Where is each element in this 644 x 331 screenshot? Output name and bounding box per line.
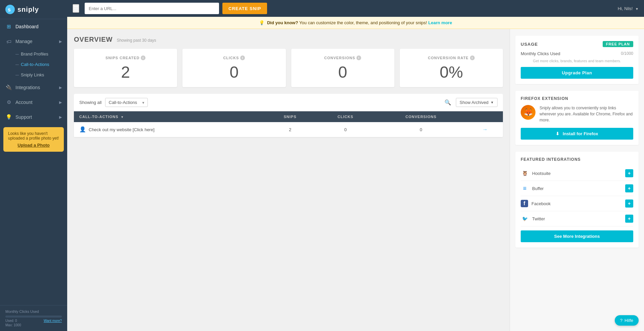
user-greeting[interactable]: Hi, Nils! ▼ bbox=[618, 6, 639, 11]
cta-table: CALL-TO-ACTIONS ▼ SNIPS CLICKS CONVERSIO… bbox=[74, 111, 503, 137]
sidebar-item-account[interactable]: ⚙ Account ▶ bbox=[0, 95, 67, 110]
url-input[interactable] bbox=[85, 3, 219, 14]
sidebar-max-label: Max: 1000 bbox=[5, 323, 21, 327]
ext-description: Sniply allows you to conveniently snip l… bbox=[540, 105, 633, 123]
filter-select[interactable]: Call-to-Actions Brand Profiles Sniply Li… bbox=[105, 98, 148, 107]
firefox-logo-icon: 🦊 bbox=[521, 105, 535, 120]
integration-item-twitter: 🐦 Twitter + bbox=[521, 211, 633, 226]
buffer-icon: ≡ bbox=[521, 184, 529, 192]
menu-toggle-button[interactable]: ☰ bbox=[73, 4, 79, 13]
snips-created-info-icon[interactable]: i bbox=[141, 56, 145, 60]
tip-bar: 💡 Did you know? You can customize the co… bbox=[67, 17, 644, 29]
usage-hint: Get more clicks, brands, features and te… bbox=[521, 59, 633, 63]
conversions-info-icon[interactable]: i bbox=[356, 56, 361, 60]
upgrade-plan-button[interactable]: Upgrade Plan bbox=[521, 67, 633, 79]
usage-title: USAGE bbox=[521, 42, 538, 47]
grid-icon: ⊞ bbox=[5, 23, 12, 30]
integration-item-facebook: f Facebook + bbox=[521, 196, 633, 211]
sidebar-used-label: Used: 0 bbox=[5, 319, 17, 323]
th-call-to-actions[interactable]: CALL-TO-ACTIONS ▼ bbox=[74, 111, 264, 122]
create-snip-button[interactable]: CREATE SNIP bbox=[222, 3, 267, 14]
hilfe-label: Hilfe bbox=[625, 318, 633, 323]
stat-card-conversions: CONVERSIONS i 0 bbox=[291, 49, 394, 87]
account-arrow-icon: ▶ bbox=[59, 100, 62, 105]
clicks-value: 0 bbox=[189, 64, 279, 80]
download-icon: ⬇ bbox=[556, 131, 559, 136]
twitter-add-button[interactable]: + bbox=[625, 215, 633, 223]
table-search-button[interactable]: 🔍 bbox=[443, 98, 453, 107]
sidebar-want-more[interactable]: Want more? bbox=[44, 319, 62, 323]
install-firefox-button[interactable]: ⬇ Install for Firefox bbox=[521, 128, 633, 140]
sidebar-item-sniply-links[interactable]: Sniply Links bbox=[0, 70, 67, 80]
clicks-info-icon[interactable]: i bbox=[240, 56, 245, 60]
usage-header: USAGE FREE PLAN bbox=[521, 41, 633, 47]
overview-header: OVERVIEW Showing past 30 days bbox=[74, 36, 503, 43]
facebook-name: Facebook bbox=[531, 201, 622, 206]
see-more-integrations-button[interactable]: See More Integrations bbox=[521, 230, 633, 242]
tip-bulb-icon: 💡 bbox=[259, 20, 264, 25]
conversion-rate-label: CONVERSION RATE i bbox=[406, 56, 496, 60]
tag-icon: 🏷 bbox=[5, 38, 12, 45]
facebook-icon: f bbox=[521, 200, 528, 207]
integrations-panel: FEATURED INTEGRATIONS 🦉 Hootsuite + ≡ Bu… bbox=[515, 152, 639, 248]
content-area: 💡 Did you know? You can customize the co… bbox=[67, 17, 644, 331]
table-row: 👤 Check out my website [Click here] 2 0 … bbox=[74, 122, 503, 137]
content-inner: OVERVIEW Showing past 30 days SNIPS CREA… bbox=[67, 29, 644, 331]
th-conversions: CONVERSIONS bbox=[375, 111, 467, 122]
conversion-rate-value: 0% bbox=[406, 64, 496, 80]
sidebar-item-integrations[interactable]: 🔌 Integrations ▶ bbox=[0, 80, 67, 95]
conversion-rate-info-icon[interactable]: i bbox=[470, 56, 475, 60]
sidebar-item-manage[interactable]: 🏷 Manage ▶ bbox=[0, 34, 67, 49]
hootsuite-add-button[interactable]: + bbox=[625, 169, 633, 177]
plug-icon: 🔌 bbox=[5, 84, 12, 91]
hilfe-circle-icon: ? bbox=[620, 318, 622, 323]
twitter-icon: 🐦 bbox=[521, 215, 529, 223]
facebook-add-button[interactable]: + bbox=[625, 199, 633, 208]
snips-created-label: SNIPS CREATED i bbox=[81, 56, 170, 60]
filter-bar: Showing all Call-to-Actions Brand Profil… bbox=[74, 94, 503, 111]
user-menu-caret-icon: ▼ bbox=[635, 7, 639, 11]
right-sidebar: USAGE FREE PLAN Monthly Clicks Used 0/10… bbox=[510, 29, 644, 331]
sidebar-monthly-label: Monthly Clicks Used bbox=[5, 309, 62, 314]
twitter-name: Twitter bbox=[532, 216, 622, 221]
monthly-clicks-count: 0/1000 bbox=[621, 51, 633, 56]
topbar: ☰ CREATE SNIP Hi, Nils! ▼ bbox=[67, 0, 644, 17]
snips-created-value: 2 bbox=[81, 64, 170, 80]
show-archived-button[interactable]: Show Archived ▼ bbox=[456, 98, 498, 107]
manage-arrow-icon: ▶ bbox=[59, 39, 62, 44]
main-area: ☰ CREATE SNIP Hi, Nils! ▼ 💡 Did you know… bbox=[67, 0, 644, 331]
hilfe-button[interactable]: ? Hilfe bbox=[615, 315, 639, 326]
overview-subtitle: Showing past 30 days bbox=[117, 38, 156, 43]
stats-row: SNIPS CREATED i 2 CLICKS i 0 bbox=[74, 49, 503, 87]
integrations-title: FEATURED INTEGRATIONS bbox=[521, 157, 633, 162]
sidebar-item-dashboard[interactable]: ⊞ Dashboard bbox=[0, 19, 67, 34]
integrations-arrow-icon: ▶ bbox=[59, 85, 62, 90]
buffer-add-button[interactable]: + bbox=[625, 184, 633, 192]
sniply-links-label: Sniply Links bbox=[21, 72, 44, 77]
logo-text: sniply bbox=[17, 6, 39, 13]
upload-photo-link[interactable]: Upload a Photo bbox=[8, 143, 59, 148]
monthly-clicks-row: Monthly Clicks Used 0/1000 bbox=[521, 51, 633, 56]
stat-card-conversion-rate: CONVERSION RATE i 0% bbox=[400, 49, 503, 87]
learn-more-link[interactable]: Learn more bbox=[428, 20, 452, 25]
overview-title: OVERVIEW bbox=[74, 36, 113, 43]
sidebar-integrations-label: Integrations bbox=[15, 85, 40, 90]
support-arrow-icon: ▶ bbox=[59, 115, 62, 119]
table-header-row: CALL-TO-ACTIONS ▼ SNIPS CLICKS CONVERSIO… bbox=[74, 111, 503, 122]
sidebar-item-support[interactable]: 💡 Support ▶ bbox=[0, 110, 67, 124]
cta-person-icon: 👤 bbox=[79, 126, 86, 133]
cta-arrow-cell[interactable]: → bbox=[467, 122, 503, 137]
integration-item-hootsuite: 🦉 Hootsuite + bbox=[521, 166, 633, 181]
sidebar-max-label-row: Max: 1000 bbox=[5, 323, 62, 327]
stat-card-snips-created: SNIPS CREATED i 2 bbox=[74, 49, 177, 87]
sidebar-item-brand-profiles[interactable]: Brand Profiles bbox=[0, 49, 67, 59]
cta-snips-cell: 2 bbox=[264, 122, 316, 137]
main-left: OVERVIEW Showing past 30 days SNIPS CREA… bbox=[67, 29, 510, 331]
firefox-extension-panel: FIREFOX EXTENSION 🦊 Sniply allows you to… bbox=[515, 91, 639, 145]
sidebar-item-call-to-actions[interactable]: Call-to-Actions bbox=[0, 59, 67, 70]
usage-panel: USAGE FREE PLAN Monthly Clicks Used 0/10… bbox=[515, 36, 639, 84]
cta-clicks-cell: 0 bbox=[316, 122, 375, 137]
logo-area[interactable]: s sniply bbox=[0, 0, 67, 19]
cta-detail-arrow[interactable]: → bbox=[482, 126, 488, 132]
sidebar-bottom: Monthly Clicks Used Used: 0 Want more? M… bbox=[0, 305, 67, 331]
